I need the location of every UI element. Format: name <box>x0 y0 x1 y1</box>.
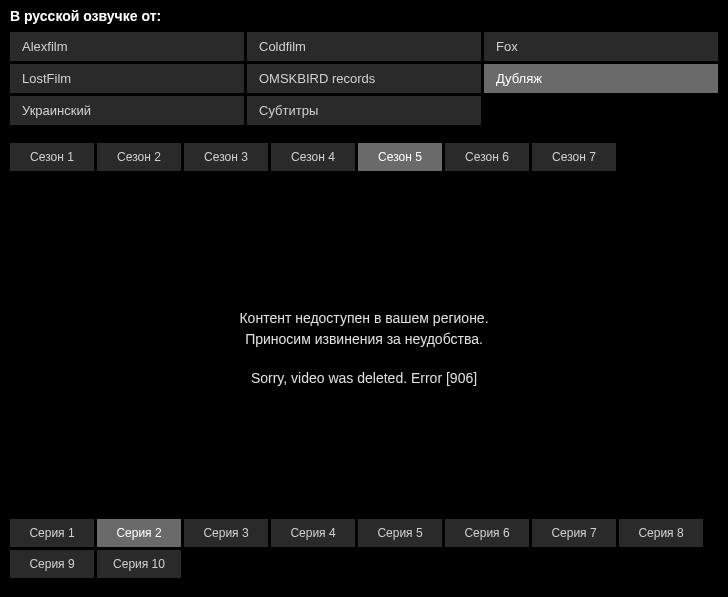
player-msg-line1: Контент недоступен в вашем регионе. <box>239 308 488 329</box>
video-player-area: Контент недоступен в вашем регионе. Прин… <box>10 177 718 519</box>
episode-tab[interactable]: Серия 3 <box>184 519 268 547</box>
voiceover-option[interactable]: OMSKBIRD records <box>247 64 481 93</box>
season-tab[interactable]: Сезон 4 <box>271 143 355 171</box>
episode-tab[interactable]: Серия 7 <box>532 519 616 547</box>
voiceover-option[interactable]: Coldfilm <box>247 32 481 61</box>
season-tab[interactable]: Сезон 5 <box>358 143 442 171</box>
voiceover-option[interactable]: Alexfilm <box>10 32 244 61</box>
episode-tab[interactable]: Серия 2 <box>97 519 181 547</box>
voiceover-option[interactable]: Украинский <box>10 96 244 125</box>
seasons-row: Сезон 1Сезон 2Сезон 3Сезон 4Сезон 5Сезон… <box>10 143 718 171</box>
player-msg-line3: Sorry, video was deleted. Error [906] <box>251 368 477 389</box>
voiceover-option[interactable]: LostFilm <box>10 64 244 93</box>
episode-tab[interactable]: Серия 6 <box>445 519 529 547</box>
player-msg-line2: Приносим извинения за неудобства. <box>239 329 488 350</box>
episode-tab[interactable]: Серия 4 <box>271 519 355 547</box>
player-error-block: Контент недоступен в вашем регионе. Прин… <box>239 308 488 350</box>
episode-tab[interactable]: Серия 5 <box>358 519 442 547</box>
season-tab[interactable]: Сезон 7 <box>532 143 616 171</box>
season-tab[interactable]: Сезон 6 <box>445 143 529 171</box>
episode-tab[interactable]: Серия 8 <box>619 519 703 547</box>
voiceover-option[interactable]: Дубляж <box>484 64 718 93</box>
voiceover-heading: В русской озвучке от: <box>10 8 718 24</box>
episodes-row: Серия 1Серия 2Серия 3Серия 4Серия 5Серия… <box>10 519 718 578</box>
voiceover-option[interactable]: Субтитры <box>247 96 481 125</box>
episode-tab[interactable]: Серия 9 <box>10 550 94 578</box>
voiceover-grid: AlexfilmColdfilmFoxLostFilmOMSKBIRD reco… <box>10 32 718 125</box>
season-tab[interactable]: Сезон 2 <box>97 143 181 171</box>
episode-tab[interactable]: Серия 1 <box>10 519 94 547</box>
season-tab[interactable]: Сезон 3 <box>184 143 268 171</box>
episode-tab[interactable]: Серия 10 <box>97 550 181 578</box>
voiceover-option[interactable]: Fox <box>484 32 718 61</box>
season-tab[interactable]: Сезон 1 <box>10 143 94 171</box>
